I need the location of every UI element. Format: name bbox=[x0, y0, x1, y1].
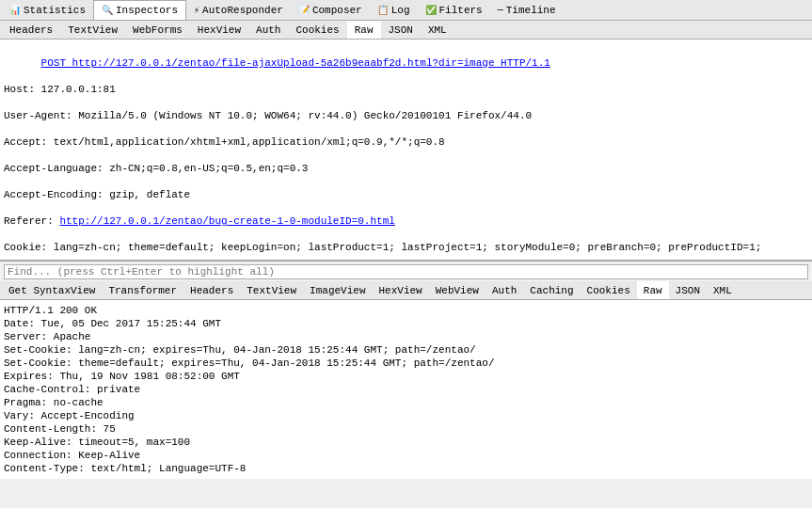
bottom-tabs-row: Get SyntaxView Transformer Headers TextV… bbox=[0, 281, 812, 300]
request-url-link[interactable]: POST http://127.0.0.1/zentao/file-ajaxUp… bbox=[41, 57, 550, 69]
top-nav: 📊 Statistics 🔍 Inspectors ⚡ AutoResponde… bbox=[0, 0, 812, 21]
referer-link[interactable]: http://127.0.0.1/zentao/bug-create-1-0-m… bbox=[59, 215, 394, 227]
bottom-tab-json[interactable]: JSON bbox=[669, 281, 707, 299]
request-panel[interactable]: POST http://127.0.0.1/zentao/file-ajaxUp… bbox=[0, 40, 812, 261]
bottom-tab-headers[interactable]: Headers bbox=[183, 281, 240, 299]
inspectors-icon: 🔍 bbox=[102, 5, 113, 16]
nav-timeline-label: Timeline bbox=[506, 5, 556, 16]
bottom-tab-cookies[interactable]: Cookies bbox=[581, 281, 637, 299]
sub-nav: Headers TextView WebForms HexView Auth C… bbox=[0, 21, 812, 40]
subnav-xml[interactable]: XML bbox=[421, 21, 454, 39]
nav-statistics[interactable]: 📊 Statistics bbox=[2, 0, 93, 20]
bottom-tab-textview[interactable]: TextView bbox=[240, 281, 303, 299]
nav-log[interactable]: 📋 Log bbox=[370, 0, 418, 20]
nav-filters[interactable]: ✅ Filters bbox=[418, 0, 490, 20]
request-text: POST http://127.0.0.1/zentao/file-ajaxUp… bbox=[0, 40, 812, 261]
nav-filters-label: Filters bbox=[439, 5, 483, 16]
statistics-icon: 📊 bbox=[9, 5, 21, 16]
subnav-textview[interactable]: TextView bbox=[60, 21, 125, 39]
referer-prefix: Referer: bbox=[4, 215, 59, 227]
nav-composer[interactable]: 📝 Composer bbox=[291, 0, 370, 20]
search-bar bbox=[0, 261, 812, 281]
bottom-tab-getsyntaxview[interactable]: Get SyntaxView bbox=[2, 281, 102, 299]
subnav-hexview[interactable]: HexView bbox=[190, 21, 248, 39]
bottom-tab-webview[interactable]: WebView bbox=[429, 281, 486, 299]
bottom-tab-raw[interactable]: Raw bbox=[637, 281, 669, 299]
response-text: HTTP/1.1 200 OK Date: Tue, 05 Dec 2017 1… bbox=[0, 300, 812, 479]
composer-icon: 📝 bbox=[298, 5, 310, 16]
autoresponder-icon: ⚡ bbox=[194, 5, 199, 16]
nav-timeline[interactable]: — Timeline bbox=[490, 0, 564, 20]
response-panel[interactable]: HTTP/1.1 200 OK Date: Tue, 05 Dec 2017 1… bbox=[0, 300, 812, 479]
subnav-cookies[interactable]: Cookies bbox=[288, 21, 346, 39]
bottom-tab-hexview[interactable]: HexView bbox=[373, 281, 429, 299]
bottom-tab-caching[interactable]: Caching bbox=[523, 281, 580, 299]
subnav-raw[interactable]: Raw bbox=[347, 21, 381, 39]
search-input[interactable] bbox=[4, 264, 808, 279]
bottom-tab-xml[interactable]: XML bbox=[707, 281, 739, 299]
nav-statistics-label: Statistics bbox=[24, 5, 86, 16]
bottom-tab-imageview[interactable]: ImageView bbox=[303, 281, 372, 299]
nav-autoresponder-label: AutoResponder bbox=[202, 5, 283, 16]
bottom-tab-transformer[interactable]: Transformer bbox=[102, 281, 183, 299]
timeline-icon: — bbox=[498, 5, 503, 15]
request-line1: POST http://127.0.0.1/zentao/file-ajaxUp… bbox=[41, 57, 550, 69]
subnav-headers[interactable]: Headers bbox=[2, 21, 60, 39]
subnav-json[interactable]: JSON bbox=[381, 21, 421, 39]
filters-icon: ✅ bbox=[425, 5, 437, 16]
bottom-section: Get SyntaxView Transformer Headers TextV… bbox=[0, 281, 812, 479]
nav-autoresponder[interactable]: ⚡ AutoResponder bbox=[186, 0, 291, 20]
log-icon: 📋 bbox=[377, 5, 389, 16]
subnav-auth[interactable]: Auth bbox=[248, 21, 288, 39]
bottom-tab-auth[interactable]: Auth bbox=[486, 281, 523, 299]
subnav-webforms[interactable]: WebForms bbox=[125, 21, 190, 39]
nav-composer-label: Composer bbox=[312, 5, 362, 16]
main-content: POST http://127.0.0.1/zentao/file-ajaxUp… bbox=[0, 40, 812, 508]
nav-inspectors[interactable]: 🔍 Inspectors bbox=[93, 0, 186, 20]
nav-log-label: Log bbox=[391, 5, 410, 16]
nav-inspectors-label: Inspectors bbox=[116, 5, 178, 16]
